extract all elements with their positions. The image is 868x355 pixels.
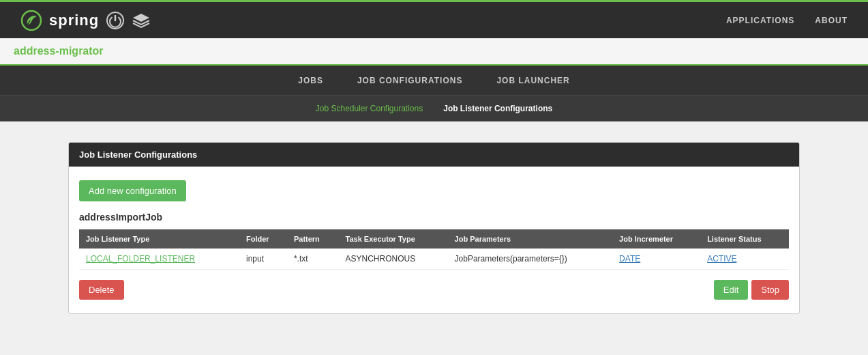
tertiary-navbar: Job Scheduler Configurations Job Listene… bbox=[0, 96, 868, 122]
col-pattern: Pattern bbox=[287, 229, 339, 248]
col-job-parameters: Job Parameters bbox=[448, 229, 613, 248]
secondary-navbar: JOBS JOB CONFIGURATIONS JOB LAUNCHER bbox=[0, 66, 868, 96]
nav-job-launcher[interactable]: JOB LAUNCHER bbox=[496, 76, 569, 85]
cell-listener-status: ACTIVE bbox=[700, 248, 789, 270]
svg-marker-3 bbox=[133, 14, 149, 22]
cell-listener-type: LOCAL_FOLDER_LISTENER bbox=[79, 248, 239, 270]
layers-icon bbox=[132, 11, 151, 30]
main-content: Job Listener Configurations Add new conf… bbox=[0, 122, 868, 335]
app-title: address-migrator bbox=[14, 45, 104, 57]
add-new-configuration-button[interactable]: Add new configuration bbox=[79, 180, 186, 201]
status-link[interactable]: ACTIVE bbox=[707, 254, 736, 264]
listener-type-link[interactable]: LOCAL_FOLDER_LISTENER bbox=[86, 254, 195, 264]
cell-pattern: *.txt bbox=[287, 248, 339, 270]
top-nav-links: APPLICATIONS ABOUT bbox=[726, 16, 848, 25]
nav-about[interactable]: ABOUT bbox=[815, 16, 848, 25]
action-row: Delete Edit Stop bbox=[79, 280, 789, 300]
edit-button[interactable]: Edit bbox=[714, 280, 748, 300]
spring-leaf-icon bbox=[20, 10, 42, 31]
right-buttons: Edit Stop bbox=[714, 280, 789, 300]
job-listener-card: Job Listener Configurations Add new conf… bbox=[68, 142, 800, 314]
table-row: LOCAL_FOLDER_LISTENER input *.txt ASYNCH… bbox=[79, 248, 789, 270]
col-folder: Folder bbox=[239, 229, 287, 248]
card-body: Add new configuration addressImportJob J… bbox=[69, 167, 799, 313]
col-job-incrementer: Job Incremeter bbox=[612, 229, 700, 248]
cell-job-incrementer: DATE bbox=[612, 248, 700, 270]
col-listener-status: Listener Status bbox=[700, 229, 789, 248]
cell-folder: input bbox=[239, 248, 287, 270]
nav-applications[interactable]: APPLICATIONS bbox=[726, 16, 794, 25]
col-listener-type: Job Listener Type bbox=[79, 229, 239, 248]
incrementer-link[interactable]: DATE bbox=[619, 254, 640, 264]
delete-button[interactable]: Delete bbox=[79, 280, 124, 300]
listener-table: Job Listener Type Folder Pattern Task Ex… bbox=[79, 229, 789, 270]
nav-job-configurations[interactable]: JOB CONFIGURATIONS bbox=[357, 76, 462, 85]
top-navbar: spring APPLICATIONS ABOUT bbox=[0, 0, 868, 38]
cell-job-parameters: JobParameters(parameters={}) bbox=[448, 248, 613, 270]
tab-job-scheduler-configurations[interactable]: Job Scheduler Configurations bbox=[316, 104, 423, 113]
app-title-bar: address-migrator bbox=[0, 38, 868, 66]
table-header-row: Job Listener Type Folder Pattern Task Ex… bbox=[79, 229, 789, 248]
spring-logo-text: spring bbox=[49, 12, 99, 29]
tab-job-listener-configurations[interactable]: Job Listener Configurations bbox=[443, 104, 552, 113]
logo-container: spring bbox=[20, 10, 151, 31]
nav-jobs[interactable]: JOBS bbox=[298, 76, 323, 85]
cell-task-executor: ASYNCHRONOUS bbox=[339, 248, 448, 270]
job-name: addressImportJob bbox=[79, 212, 789, 223]
col-task-executor: Task Executor Type bbox=[339, 229, 448, 248]
card-header: Job Listener Configurations bbox=[69, 143, 799, 167]
power-icon bbox=[106, 11, 125, 30]
stop-button[interactable]: Stop bbox=[751, 280, 789, 300]
